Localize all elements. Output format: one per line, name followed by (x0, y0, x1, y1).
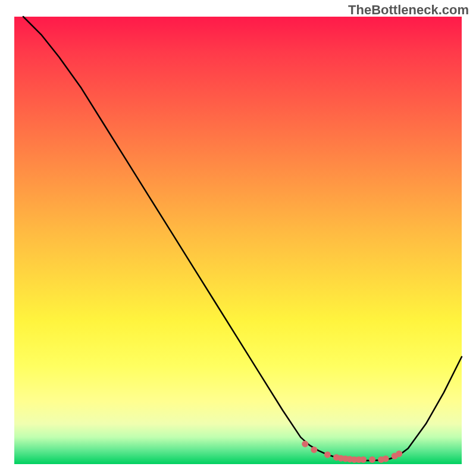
chart-container: TheBottleneck.com (0, 0, 476, 476)
svg-point-10 (369, 456, 375, 463)
svg-point-9 (360, 456, 367, 463)
chart-svg (14, 17, 462, 464)
svg-point-0 (302, 441, 308, 447)
watermark-text: TheBottleneck.com (348, 2, 469, 18)
svg-point-2 (324, 452, 331, 458)
highlight-dots (302, 441, 402, 463)
svg-point-14 (396, 450, 402, 457)
svg-point-1 (311, 446, 317, 453)
curve-line (23, 17, 462, 461)
svg-point-12 (383, 455, 389, 462)
